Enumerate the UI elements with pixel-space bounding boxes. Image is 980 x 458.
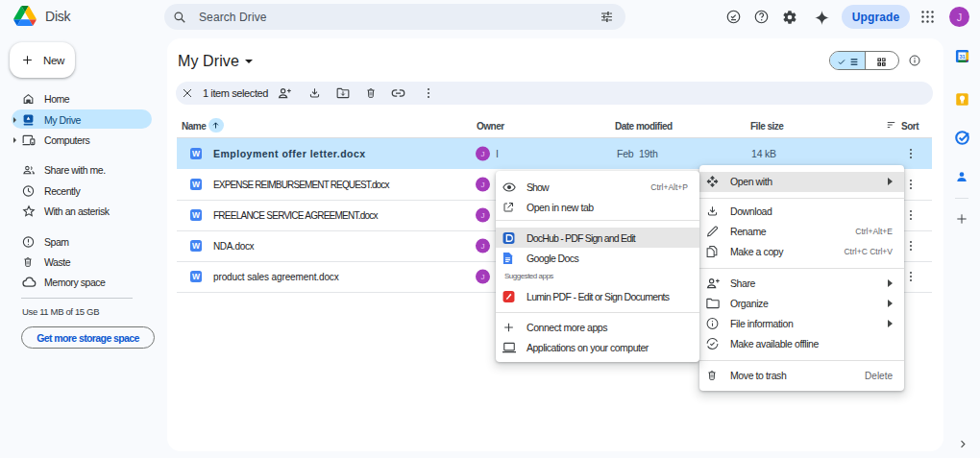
svg-text:31: 31 <box>959 54 965 60</box>
